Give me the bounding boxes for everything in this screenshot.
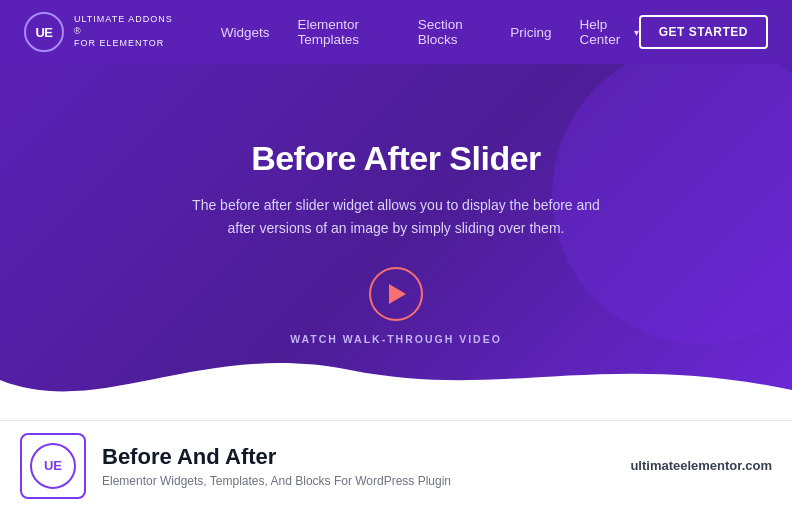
nav-pricing[interactable]: Pricing bbox=[510, 25, 551, 40]
watch-label: Watch Walk-Through Video bbox=[290, 333, 502, 345]
hero-title: Before After Slider bbox=[192, 139, 600, 178]
footer-bar: UE Before And After Elementor Widgets, T… bbox=[0, 420, 792, 510]
logo-icon: UE bbox=[24, 12, 64, 52]
nav-widgets[interactable]: Widgets bbox=[221, 25, 270, 40]
chevron-down-icon: ▾ bbox=[634, 27, 639, 38]
hero-description: The before after slider widget allows yo… bbox=[192, 194, 600, 239]
footer-logo-box: UE bbox=[20, 433, 86, 499]
footer-logo-icon: UE bbox=[30, 443, 76, 489]
footer-title: Before And After bbox=[102, 444, 630, 470]
hero-section: Before After Slider The before after sli… bbox=[0, 64, 792, 420]
get-started-button[interactable]: GET STARTED bbox=[639, 15, 768, 49]
logo-text: Ultimate Addons® For Elementor bbox=[74, 14, 173, 49]
play-button[interactable] bbox=[369, 267, 423, 321]
nav-elementor-templates[interactable]: Elementor Templates bbox=[297, 17, 389, 47]
logo-area: UE Ultimate Addons® For Elementor bbox=[24, 12, 173, 52]
nav-help-center[interactable]: Help Center ▾ bbox=[580, 17, 639, 47]
navbar: UE Ultimate Addons® For Elementor Widget… bbox=[0, 0, 792, 64]
hero-content: Before After Slider The before after sli… bbox=[172, 119, 620, 365]
footer-text-area: Before And After Elementor Widgets, Temp… bbox=[102, 444, 630, 488]
video-play-wrapper: Watch Walk-Through Video bbox=[192, 267, 600, 345]
nav-section-blocks[interactable]: Section Blocks bbox=[418, 17, 483, 47]
main-nav: Widgets Elementor Templates Section Bloc… bbox=[221, 17, 639, 47]
play-icon bbox=[389, 284, 406, 304]
footer-subtitle: Elementor Widgets, Templates, And Blocks… bbox=[102, 474, 630, 488]
footer-url: ultimateelementor.com bbox=[630, 458, 772, 473]
